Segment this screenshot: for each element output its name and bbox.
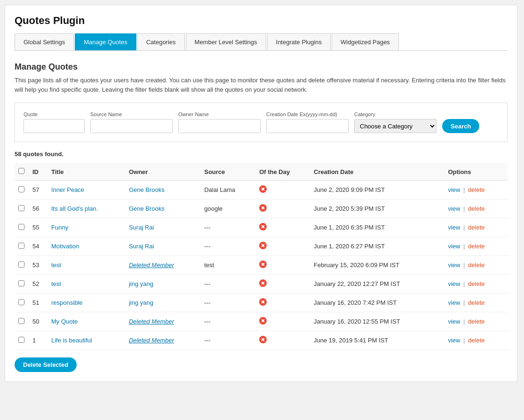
cell-oftheday [255, 256, 310, 275]
view-link[interactable]: view [448, 243, 460, 250]
th-owner: Owner [125, 163, 200, 181]
cell-title[interactable]: Its all God's plan. [51, 205, 98, 212]
cell-title[interactable]: Funny [51, 224, 68, 231]
row-checkbox[interactable] [18, 205, 24, 211]
view-link[interactable]: view [448, 262, 460, 269]
owner-input[interactable] [178, 119, 261, 133]
row-checkbox[interactable] [18, 280, 24, 286]
cell-title[interactable]: Motivation [51, 243, 79, 250]
cell-oftheday [255, 312, 310, 331]
row-checkbox[interactable] [18, 186, 24, 192]
options-separator: | [461, 318, 467, 325]
tab-member-level-settings[interactable]: Member Level Settings [186, 33, 266, 50]
table-row: 55FunnySuraj Rai---June 1, 2020 6:35 PM … [15, 218, 508, 237]
quote-input[interactable] [24, 119, 85, 133]
filter-owner-group: Owner Name [178, 111, 261, 133]
source-input[interactable] [90, 119, 173, 133]
delete-link[interactable]: delete [468, 299, 484, 306]
cell-date: January 16, 2020 7:42 PM IST [310, 293, 444, 312]
cell-id: 1 [29, 331, 48, 350]
header-row: ID Title Owner Source Of the Day Creatio… [15, 163, 508, 181]
cell-title[interactable]: My Quote [51, 318, 78, 325]
delete-link[interactable]: delete [468, 205, 484, 212]
cell-owner[interactable]: Deleted Member [129, 318, 174, 325]
delete-link[interactable]: delete [468, 262, 484, 269]
cell-id: 56 [29, 199, 48, 218]
category-select[interactable]: Choose a CategoryInner PeaceMotivationFu… [354, 119, 437, 133]
cell-oftheday [255, 181, 310, 199]
filter-category-group: Category Choose a CategoryInner PeaceMot… [354, 111, 437, 133]
cell-owner[interactable]: Suraj Rai [129, 224, 154, 231]
th-source: Source [200, 163, 255, 181]
delete-link[interactable]: delete [468, 243, 484, 250]
row-checkbox[interactable] [18, 243, 24, 249]
cell-source: --- [200, 331, 255, 350]
options-separator: | [461, 243, 467, 250]
quotes-tbody: 57Inner PeaceGene BrooksDalai LamaJune 2… [15, 181, 508, 350]
cell-oftheday [255, 237, 310, 256]
delete-link[interactable]: delete [468, 280, 484, 287]
select-all-checkbox[interactable] [18, 168, 24, 174]
row-checkbox[interactable] [18, 224, 24, 230]
not-of-the-day-icon [259, 242, 267, 249]
delete-link[interactable]: delete [468, 318, 484, 325]
cell-source: test [200, 256, 255, 275]
row-checkbox[interactable] [18, 318, 24, 324]
tab-integrate-plugins[interactable]: Integrate Plugins [267, 33, 331, 50]
cell-title[interactable]: test [51, 262, 61, 269]
row-checkbox[interactable] [18, 262, 24, 268]
th-date: Creation Date [310, 163, 444, 181]
cell-oftheday [255, 293, 310, 312]
cell-date: June 19, 2019 5:41 PM IST [310, 331, 444, 350]
delete-selected-button[interactable]: Delete Selected [15, 357, 77, 372]
cell-title[interactable]: Inner Peace [51, 186, 84, 193]
cell-owner[interactable]: jing yang [129, 280, 153, 287]
table-row: 57Inner PeaceGene BrooksDalai LamaJune 2… [15, 181, 508, 199]
cell-source: --- [200, 293, 255, 312]
filter-quote-group: Quote [24, 111, 85, 133]
cell-title[interactable]: responsible [51, 299, 83, 306]
view-link[interactable]: view [448, 318, 460, 325]
cell-owner[interactable]: Gene Brooks [129, 205, 165, 212]
cell-source: Dalai Lama [200, 181, 255, 199]
cell-title[interactable]: test [51, 280, 61, 287]
filter-box: Quote Source Name Owner Name Creation Da… [15, 103, 508, 142]
cell-owner[interactable]: Deleted Member [129, 337, 174, 344]
search-button[interactable]: Search [442, 119, 479, 133]
page-description: This page lists all of the quotes your u… [15, 76, 508, 94]
filter-date-group: Creation Date Ex(yyyy-mm-dd) [266, 111, 349, 133]
view-link[interactable]: view [448, 280, 460, 287]
cell-owner[interactable]: Gene Brooks [129, 186, 165, 193]
cell-oftheday [255, 218, 310, 237]
view-link[interactable]: view [448, 337, 460, 344]
cell-owner[interactable]: Deleted Member [129, 262, 174, 269]
not-of-the-day-icon [259, 185, 267, 193]
tab-categories[interactable]: Categories [137, 33, 185, 50]
view-link[interactable]: view [448, 299, 460, 306]
row-checkbox[interactable] [18, 337, 24, 343]
cell-date: June 2, 2020 9:09 PM IST [310, 181, 444, 199]
table-row: 56Its all God's plan.Gene BrooksgoogleJu… [15, 199, 508, 218]
delete-link[interactable]: delete [468, 186, 484, 193]
cell-id: 53 [29, 256, 48, 275]
row-checkbox[interactable] [18, 299, 24, 305]
view-link[interactable]: view [448, 186, 460, 193]
tab-manage-quotes[interactable]: Manage Quotes [75, 33, 136, 50]
options-separator: | [461, 186, 467, 193]
th-id: ID [29, 163, 48, 181]
delete-link[interactable]: delete [468, 224, 484, 231]
view-link[interactable]: view [448, 224, 460, 231]
delete-link[interactable]: delete [468, 337, 484, 344]
cell-owner[interactable]: jing yang [129, 299, 153, 306]
tab-global-settings[interactable]: Global Settings [15, 33, 74, 50]
view-link[interactable]: view [448, 205, 460, 212]
tab-widgetized-pages[interactable]: Widgetized Pages [332, 33, 399, 50]
quotes-table: ID Title Owner Source Of the Day Creatio… [15, 163, 508, 350]
plugin-title: Quotes Plugin [15, 15, 508, 27]
date-input[interactable] [266, 119, 349, 133]
options-separator: | [461, 299, 467, 306]
cell-owner[interactable]: Suraj Rai [129, 243, 154, 250]
cell-options: view | delete [444, 331, 508, 350]
not-of-the-day-icon [259, 336, 267, 343]
cell-title[interactable]: Life is beautiful [51, 337, 92, 344]
